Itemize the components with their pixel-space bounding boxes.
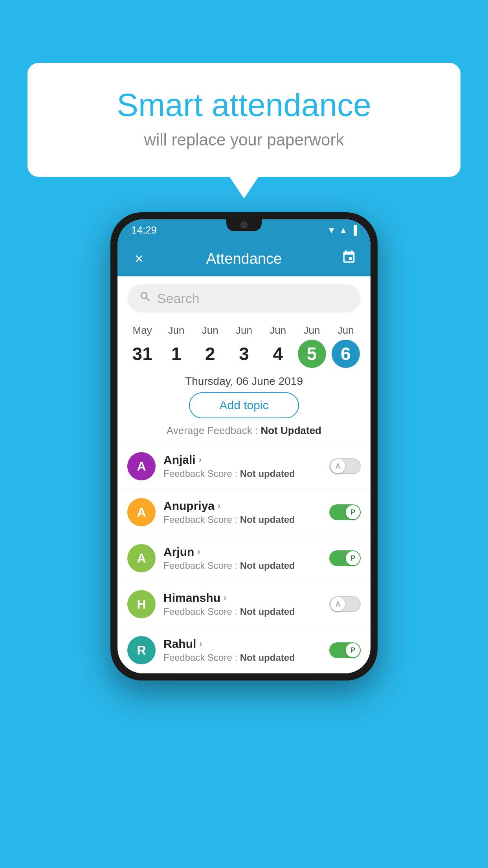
student-feedback-score: Feedback Score : Not updated	[163, 606, 321, 617]
student-feedback-score: Feedback Score : Not updated	[163, 468, 321, 479]
calendar-date-number: 4	[264, 340, 292, 368]
status-icons: ▼ ▲ ▐	[327, 225, 357, 235]
calendar-icon[interactable]	[339, 250, 359, 268]
feedback-value: Not updated	[240, 560, 295, 571]
signal-icon: ▲	[339, 225, 348, 235]
calendar-date-number: 3	[230, 340, 258, 368]
search-icon	[139, 291, 152, 306]
toggle-knob: A	[331, 459, 345, 473]
student-item[interactable]: RRahul ›Feedback Score : Not updatedP	[117, 627, 371, 673]
calendar-date-number: 31	[128, 340, 156, 368]
average-feedback: Average Feedback : Not Updated	[117, 425, 371, 443]
attendance-toggle[interactable]: A	[329, 458, 361, 474]
hero-section: Smart attendance will replace your paper…	[28, 63, 460, 177]
student-avatar: A	[127, 498, 156, 526]
student-item[interactable]: AAnupriya ›Feedback Score : Not updatedP	[117, 489, 371, 535]
student-info: Anjali ›Feedback Score : Not updated	[163, 453, 321, 479]
feedback-value: Not updated	[240, 606, 295, 617]
add-topic-button[interactable]: Add topic	[189, 392, 299, 418]
student-avatar: R	[127, 636, 156, 664]
chevron-right-icon: ›	[199, 455, 202, 465]
calendar-month-label: Jun	[270, 324, 286, 337]
student-avatar: H	[127, 590, 156, 618]
attendance-toggle[interactable]: P	[329, 642, 361, 658]
student-name: Arjun ›	[163, 545, 321, 559]
app-bar: × Attendance	[117, 241, 371, 276]
phone-body: 14:29 ▼ ▲ ▐ × Attendance	[110, 212, 378, 680]
calendar-day[interactable]: Jun6	[332, 324, 360, 368]
toggle-knob: P	[346, 551, 360, 565]
calendar-month-label: Jun	[202, 324, 218, 337]
student-avatar: A	[127, 452, 156, 480]
search-bar[interactable]: Search	[127, 284, 361, 313]
toggle-switch[interactable]: A	[329, 458, 361, 474]
toggle-switch[interactable]: P	[329, 504, 361, 520]
calendar-strip: May31Jun1Jun2Jun3Jun4Jun5Jun6	[117, 320, 371, 368]
close-button[interactable]: ×	[129, 250, 149, 267]
attendance-toggle[interactable]: P	[329, 550, 361, 566]
phone-screen: 14:29 ▼ ▲ ▐ × Attendance	[117, 219, 371, 673]
calendar-day[interactable]: Jun1	[162, 324, 190, 368]
student-info: Himanshu ›Feedback Score : Not updated	[163, 591, 321, 617]
student-avatar: A	[127, 544, 156, 572]
toggle-knob: A	[331, 597, 345, 611]
student-feedback-score: Feedback Score : Not updated	[163, 652, 321, 663]
feedback-value: Not updated	[240, 652, 295, 663]
speech-bubble: Smart attendance will replace your paper…	[28, 63, 460, 177]
hero-title: Smart attendance	[59, 86, 429, 123]
student-name: Rahul ›	[163, 637, 321, 651]
selected-date-label: Thursday, 06 June 2019	[117, 368, 371, 392]
feedback-value: Not updated	[240, 468, 295, 479]
student-item[interactable]: HHimanshu ›Feedback Score : Not updatedA	[117, 581, 371, 627]
wifi-icon: ▼	[327, 225, 336, 235]
search-placeholder: Search	[157, 291, 200, 306]
calendar-date-number: 1	[162, 340, 190, 368]
phone-notch	[226, 219, 262, 231]
student-feedback-score: Feedback Score : Not updated	[163, 560, 321, 571]
chevron-right-icon: ›	[199, 639, 202, 649]
feedback-value: Not updated	[240, 514, 295, 525]
student-item[interactable]: AAnjali ›Feedback Score : Not updatedA	[117, 443, 371, 489]
calendar-date-number: 2	[196, 340, 224, 368]
battery-icon: ▐	[350, 225, 357, 235]
calendar-day[interactable]: Jun4	[264, 324, 292, 368]
attendance-toggle[interactable]: A	[329, 596, 361, 612]
calendar-month-label: Jun	[168, 324, 184, 337]
camera	[240, 221, 248, 228]
student-info: Rahul ›Feedback Score : Not updated	[163, 637, 321, 663]
student-info: Anupriya ›Feedback Score : Not updated	[163, 499, 321, 525]
student-item[interactable]: AArjun ›Feedback Score : Not updatedP	[117, 535, 371, 581]
toggle-knob: P	[346, 643, 360, 657]
calendar-day[interactable]: May31	[128, 324, 156, 368]
avg-feedback-label: Average Feedback :	[167, 425, 261, 436]
student-name: Anjali ›	[163, 453, 321, 467]
status-time: 14:29	[131, 224, 157, 236]
chevron-right-icon: ›	[218, 501, 220, 511]
phone-mockup: 14:29 ▼ ▲ ▐ × Attendance	[110, 212, 378, 680]
calendar-month-label: Jun	[338, 324, 354, 337]
student-info: Arjun ›Feedback Score : Not updated	[163, 545, 321, 571]
calendar-day[interactable]: Jun2	[196, 324, 224, 368]
app-bar-title: Attendance	[157, 250, 331, 267]
calendar-date-number: 5	[298, 340, 326, 368]
student-name: Anupriya ›	[163, 499, 321, 513]
avg-feedback-value: Not Updated	[261, 425, 321, 436]
chevron-right-icon: ›	[224, 593, 226, 603]
toggle-switch[interactable]: P	[329, 642, 361, 658]
toggle-switch[interactable]: A	[329, 596, 361, 612]
calendar-date-number: 6	[332, 340, 360, 368]
calendar-day[interactable]: Jun5	[298, 324, 326, 368]
student-name: Himanshu ›	[163, 591, 321, 605]
calendar-month-label: Jun	[304, 324, 320, 337]
chevron-right-icon: ›	[197, 547, 200, 557]
student-list: AAnjali ›Feedback Score : Not updatedAAA…	[117, 443, 371, 673]
calendar-month-label: May	[133, 324, 152, 337]
calendar-day[interactable]: Jun3	[230, 324, 258, 368]
attendance-toggle[interactable]: P	[329, 504, 361, 520]
student-feedback-score: Feedback Score : Not updated	[163, 514, 321, 525]
toggle-switch[interactable]: P	[329, 550, 361, 566]
hero-subtitle: will replace your paperwork	[59, 131, 429, 149]
calendar-month-label: Jun	[236, 324, 252, 337]
toggle-knob: P	[346, 505, 360, 519]
